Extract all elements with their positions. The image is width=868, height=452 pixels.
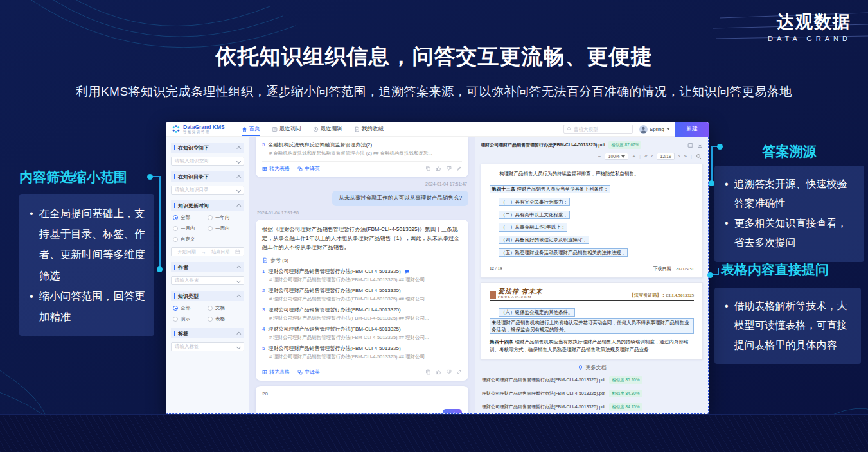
author-select[interactable]: 请输入作者 <box>171 276 244 285</box>
translate-icon <box>297 370 303 375</box>
radio-label: 一周内 <box>215 225 230 232</box>
timestamp: 2024-01-04 17:51:58 <box>257 211 467 215</box>
reference-snippet: # 理财公司理财产品销售管理暂行办法(FBM-CLI-4-5013325) ##… <box>269 277 462 283</box>
connector-dot <box>707 272 713 278</box>
section-header[interactable]: 知识类型 <box>171 291 244 301</box>
annotation-bullet: 追溯答案开源、快速校验答案准确性 <box>722 175 856 214</box>
new-button-label: 新建 <box>687 125 698 133</box>
tab-favorites[interactable]: 我的收藏 <box>354 122 384 136</box>
radio-type-all[interactable]: 全部 <box>173 305 208 311</box>
reference-item[interactable]: 5 理财公司理财产品销售管理暂行办法(FBM-CLI-4-5013325) # … <box>262 345 462 360</box>
zoom-select[interactable]: 100% <box>605 153 628 160</box>
to-table-button[interactable]: 转为表格 <box>262 369 290 376</box>
section-header[interactable]: 作者 <box>171 262 244 272</box>
tab-recent-visits[interactable]: 最近访问 <box>272 122 301 136</box>
layout-icon[interactable] <box>687 143 693 148</box>
copy-icon[interactable] <box>425 369 431 375</box>
translate-button[interactable]: 中译英 <box>297 369 320 376</box>
radio-label: 一年内 <box>215 214 230 221</box>
tab-recent-edits[interactable]: 最近编辑 <box>313 122 342 136</box>
thumb-down-icon[interactable] <box>446 369 452 375</box>
edit-icon[interactable] <box>456 166 462 171</box>
copy-icon[interactable] <box>425 166 431 171</box>
radio-one-month[interactable]: 一月内 <box>173 225 208 232</box>
magnifier-icon[interactable] <box>696 153 702 159</box>
last-page-button[interactable]: » <box>684 153 686 159</box>
related-doc-row[interactable]: 理财公司理财产品销售管理暂行办法(FBM-CLI-4-5013325).pdf … <box>481 374 703 387</box>
section-header[interactable]: 标签 <box>171 328 244 338</box>
highlighted-item[interactable]: （三）从事金融工作1年以上； <box>499 223 567 231</box>
send-button[interactable] <box>443 409 462 414</box>
page-indicator[interactable]: 12/19 <box>657 153 675 160</box>
reference-item[interactable]: 4 理财公司理财产品销售管理暂行办法(FBM-CLI-4-5013325) # … <box>262 326 462 341</box>
lightbulb-icon <box>578 365 583 370</box>
chevron-up-icon <box>236 146 241 150</box>
bullet-text: 更多相关知识直接查看，省去多次提问 <box>734 214 856 253</box>
radio-one-year[interactable]: 一年内 <box>208 214 242 221</box>
reference-item[interactable]: 5 金融机构反洗钱和反恐怖融资监督管理办法(2) <box>262 141 462 148</box>
radio-type-table[interactable]: 表格 <box>208 316 242 322</box>
section-header[interactable]: 在知识空间下 <box>171 143 244 153</box>
kms-app-window: DataGrand KMS 智能知识管理 首页 最近访问 最近编辑 我的收藏 <box>166 122 709 414</box>
radio-type-slides[interactable]: 演示 <box>173 316 208 322</box>
related-doc-row[interactable]: 理财公司理财产品销售管理暂行办法(FBM-CLI-4-5013325).pdf … <box>481 387 703 401</box>
kms-brand: DataGrand KMS 智能知识管理 <box>183 125 225 134</box>
date-range-picker[interactable]: 开始日期 → 结束日期 <box>171 247 244 256</box>
user-menu[interactable]: Spring <box>639 125 670 134</box>
highlighted-item[interactable]: （六）银保监会规定的其他条件。 <box>499 308 575 317</box>
translate-button[interactable]: 中译英 <box>297 165 320 172</box>
highlighted-item[interactable]: （二）具有高中以上文化程度； <box>499 211 570 219</box>
radio-icon <box>208 226 213 231</box>
tab-home[interactable]: 首页 <box>242 122 260 136</box>
prev-page-button[interactable]: ‹ <box>651 153 653 159</box>
highlighted-clause[interactable]: 第四十三条 理财产品销售人员应当至少具备下列条件： <box>490 185 610 193</box>
chevron-down-icon <box>236 187 241 192</box>
knowledge-space-select[interactable]: 请输入知识空间 <box>171 157 244 166</box>
reference-item[interactable]: 1 理财公司理财产品销售管理暂行办法(FBM-CLI-4-5013325) # … <box>262 268 462 283</box>
reference-item[interactable]: 3 理财公司理财产品销售管理暂行办法(FBM-CLI-4-5013325) # … <box>262 306 462 322</box>
next-page-button[interactable]: › <box>678 153 680 159</box>
document-filename[interactable]: 理财公司理财产品销售管理暂行办法(FBM-CLI-4-5013325).pdf <box>481 142 605 148</box>
highlighted-item[interactable]: （一）具有完全民事行为能力； <box>499 198 570 206</box>
clause-text: 理财产品销售人员应当至少具备下列条件： <box>517 186 608 192</box>
action-label: 中译英 <box>305 369 320 376</box>
similarity-badge: 相似度 87.67% <box>608 141 641 149</box>
search-input[interactable] <box>574 126 630 132</box>
more-docs-header[interactable]: 更多文档 <box>481 364 703 371</box>
section-title: 作者 <box>178 264 238 271</box>
pdf-page-1: 构理财产品销售人员行为的持续监督和排查，严格防范私自销售。 第四十三条 理财产品… <box>481 164 703 278</box>
thumb-up-icon[interactable] <box>436 166 441 171</box>
quote-icon[interactable] <box>404 269 409 274</box>
filter-section-catalog: 在知识目录下 请输入知识目录 <box>171 171 244 195</box>
edit-icon[interactable] <box>456 369 462 375</box>
section-header[interactable]: 在知识目录下 <box>171 171 244 182</box>
tag-select[interactable]: 请输入标签 <box>171 342 244 351</box>
highlighted-paragraph[interactable]: 未经理财产品销售机构进行上岗资格认定并签订劳动合同，任何人员不得从事理财产品销售… <box>490 318 694 335</box>
thumb-down-icon[interactable] <box>446 166 452 171</box>
thumb-up-icon[interactable] <box>436 369 441 375</box>
first-page-button[interactable]: « <box>644 153 647 159</box>
chat-input-box[interactable]: 20 <box>256 386 468 414</box>
related-doc-row[interactable]: 理财公司理财产品销售管理暂行办法(FBM-CLI-4-5013325).pdf … <box>481 401 703 414</box>
reference-snippet: # 理财公司理财产品销售管理暂行办法(FBM-CLI-4-5013325) ##… <box>269 335 462 341</box>
zoom-out-button[interactable]: − <box>598 153 601 159</box>
highlighted-item[interactable]: （五）熟悉理财业务活动及理财产品销售相关的法律法规； <box>499 248 628 257</box>
new-button[interactable]: 新建 <box>675 122 709 137</box>
logo-cn: 达观数据 <box>768 10 851 33</box>
radio-custom[interactable]: 自定义 <box>173 236 208 243</box>
pdf-download-date: 下载日期：2021/5/31 <box>653 266 694 272</box>
to-table-button[interactable]: 转为表格 <box>262 165 290 172</box>
highlighted-item[interactable]: （四）具备良好的诚信记录及职业操守； <box>499 236 589 244</box>
reference-item[interactable]: 2 理财公司理财产品销售管理暂行办法(FBM-CLI-4-5013325) # … <box>262 287 462 302</box>
select-placeholder: 请输入知识目录 <box>175 187 237 193</box>
download-icon[interactable] <box>697 143 703 148</box>
radio-all[interactable]: 全部 <box>173 214 208 221</box>
search-box[interactable] <box>563 125 633 134</box>
doc-name: 理财公司理财产品销售管理暂行办法(FBM-CLI-4-5013325).pdf <box>482 390 605 397</box>
knowledge-catalog-select[interactable]: 请输入知识目录 <box>171 186 244 195</box>
radio-type-doc[interactable]: 文档 <box>208 305 242 311</box>
section-header[interactable]: 知识更新时间 <box>171 200 244 211</box>
radio-one-week[interactable]: 一周内 <box>208 225 242 232</box>
section-title: 在知识目录下 <box>178 173 238 180</box>
zoom-in-button[interactable]: + <box>632 153 635 159</box>
